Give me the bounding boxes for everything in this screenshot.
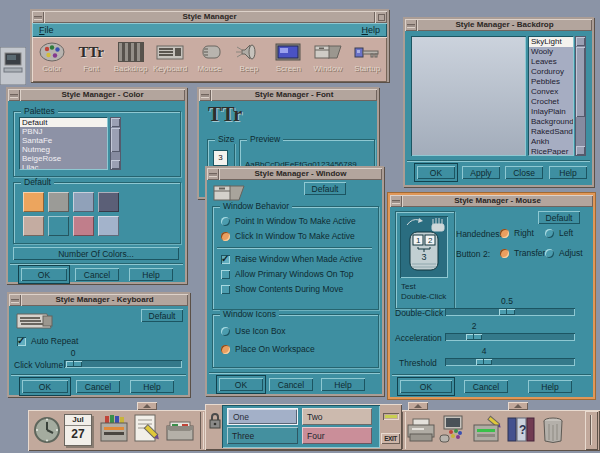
list-item[interactable]: Lilac [20,163,107,170]
scroll-down-arrow[interactable] [576,146,585,155]
window-menu-button[interactable] [32,11,44,23]
swatch[interactable] [98,192,119,212]
list-item[interactable]: RicePaper [529,147,573,156]
workspace-one-button[interactable]: One [227,408,298,425]
workspace-two-button[interactable]: Two [302,408,372,425]
list-item[interactable]: InlayPlain [529,107,573,117]
list-item[interactable]: Leaves [529,57,573,67]
cancel-button[interactable]: Cancel [464,380,508,393]
window-menu-button[interactable] [199,89,211,101]
swatch[interactable] [48,192,69,212]
list-item[interactable]: Background [529,117,573,127]
cancel-button[interactable]: Cancel [75,268,119,281]
help-control[interactable]: ? [504,416,536,447]
swatch[interactable] [73,192,94,212]
help-button[interactable]: Help [129,268,173,281]
scroll-up-arrow[interactable] [111,118,120,127]
calendar-control[interactable]: Jul 27 [64,414,92,446]
color-launcher[interactable]: Color [32,37,71,82]
radio-handedness-right[interactable] [500,229,509,238]
close-button[interactable]: Close [505,166,543,179]
ok-button[interactable]: OK [400,380,452,393]
workspace-three-button[interactable]: Three [227,427,298,444]
lock-button[interactable] [208,412,222,433]
cancel-button[interactable]: Cancel [76,380,120,393]
threshold-slider[interactable] [445,358,575,366]
list-item[interactable]: Convex [529,87,573,97]
click-volume-slider[interactable] [64,360,182,368]
clock-control[interactable] [33,415,61,449]
list-item[interactable]: PBNJ [20,127,107,136]
list-item[interactable]: Crochet [529,97,573,107]
checkbox-show-contents[interactable] [221,285,230,294]
cancel-button[interactable]: Cancel [269,378,313,391]
help-button[interactable]: Help [321,378,365,391]
window-launcher[interactable]: Window [308,37,347,82]
window-menu-button[interactable] [405,19,417,31]
list-item[interactable]: Corduroy [529,67,573,77]
swatch[interactable] [23,216,44,236]
workspace-four-button[interactable]: Four [302,427,372,444]
list-item[interactable]: RakedSand [529,127,573,137]
menu-help[interactable]: Help [354,23,387,37]
exit-button[interactable]: EXIT [381,433,400,444]
mail-control[interactable] [163,416,197,448]
scroll-up-arrow[interactable] [576,37,585,46]
swatch[interactable] [23,192,44,212]
list-item[interactable]: Wooly [529,47,573,57]
application-manager-control[interactable] [471,415,501,448]
screen-launcher[interactable]: Screen [269,37,308,82]
list-item[interactable]: SkyLight [529,37,573,47]
mouse-launcher[interactable]: Mouse [190,37,229,82]
maximize-button[interactable] [375,11,387,23]
font-launcher[interactable]: TTr Font [71,37,110,82]
panel-end-handle[interactable] [585,411,598,450]
window-menu-button[interactable] [207,168,219,180]
printer-control[interactable] [406,417,436,448]
help-button[interactable]: Help [528,380,572,393]
palette-scrollbar[interactable] [110,117,121,170]
default-button[interactable]: Default [538,211,580,224]
subpanel-arrow-tab[interactable] [408,402,428,410]
mouse-test-area[interactable]: 1 2 3 [400,216,448,278]
list-item[interactable]: SantaFe [20,136,107,145]
radio-place-on-workspace[interactable] [221,345,230,354]
list-item[interactable]: BeigeRose [20,154,107,163]
keyboard-launcher[interactable]: Keyboard [150,37,189,82]
swatch[interactable] [73,216,94,236]
default-button[interactable]: Default [141,309,183,322]
swatch[interactable] [98,216,119,236]
menu-file[interactable]: File [32,23,61,37]
help-button[interactable]: Help [549,166,587,179]
backdrop-list[interactable]: SkyLight Wooly Leaves Corduroy Pebbles C… [528,36,574,156]
subpanel-arrow-tab[interactable] [137,402,157,410]
window-menu-button[interactable] [9,294,21,306]
backdrop-scrollbar[interactable] [575,36,586,156]
acceleration-slider[interactable] [445,333,575,341]
swatch[interactable] [48,216,69,236]
file-manager-control[interactable] [97,413,129,448]
beep-launcher[interactable]: Beep [229,37,268,82]
radio-use-icon-box[interactable] [221,327,230,336]
workstation-desktop-icon[interactable] [0,47,26,85]
style-manager-control[interactable] [438,415,470,448]
help-button[interactable]: Help [130,380,174,393]
ok-button[interactable]: OK [417,166,455,179]
ok-button[interactable]: OK [219,378,263,391]
default-button[interactable]: Default [304,182,346,195]
radio-handedness-left[interactable] [545,229,554,238]
radio-point-in-window[interactable] [221,217,230,226]
radio-button2-adjust[interactable] [545,249,554,258]
list-item[interactable]: Pebbles [529,77,573,87]
subpanel-arrow-tab[interactable] [508,402,528,410]
checkbox-raise-window[interactable] [221,255,230,264]
apply-button[interactable]: Apply [462,166,500,179]
list-item[interactable]: Default [20,118,107,127]
scroll-down-arrow[interactable] [111,160,120,169]
trash-control[interactable] [541,416,565,448]
startup-launcher[interactable]: Startup [348,37,387,82]
ok-button[interactable]: OK [21,268,67,281]
ok-button[interactable]: OK [22,380,68,393]
text-editor-control[interactable] [132,413,162,448]
checkbox-auto-repeat[interactable] [17,337,26,346]
